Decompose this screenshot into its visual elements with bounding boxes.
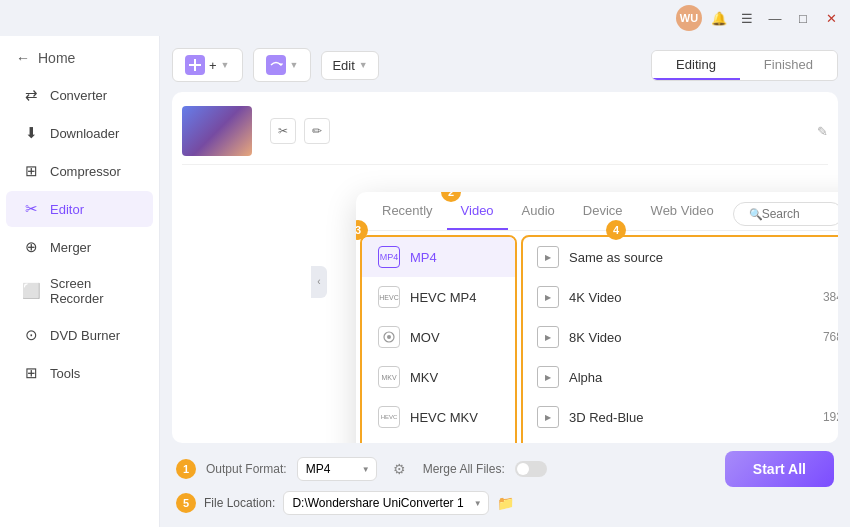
edit-dropdown-arrow: ▼ — [359, 60, 368, 70]
format-right-8k[interactable]: 8K Video 7680*4320 ✎ — [523, 317, 838, 357]
format-item-avi[interactable]: AVI AVI — [362, 437, 515, 443]
add-icon — [185, 55, 205, 75]
sidebar-label-converter: Converter — [50, 88, 107, 103]
convert-btn[interactable]: ▼ — [253, 48, 312, 82]
format-tab-audio[interactable]: Audio — [508, 193, 569, 230]
format-right-4k[interactable]: 4K Video 3840*2160 ✎ — [523, 277, 838, 317]
output-format-dropdown[interactable]: MP4 — [297, 457, 377, 481]
format-dropdown-overlay: 2 3 4 Recently Video Audio Device Web Vi… — [356, 192, 838, 443]
sidebar-label-dvd-burner: DVD Burner — [50, 328, 120, 343]
alpha-icon — [537, 366, 559, 388]
format-item-mp4[interactable]: MP4 MP4 — [362, 237, 515, 277]
hevc-mp4-label: HEVC MP4 — [410, 290, 476, 305]
main-content: + ▼ ▼ Edit ▼ Editing Finished — [160, 36, 850, 527]
search-icon: 🔍 — [749, 208, 763, 221]
mov-label: MOV — [410, 330, 440, 345]
tab-editing[interactable]: Editing — [652, 51, 740, 80]
home-label: Home — [38, 50, 75, 66]
mp4-icon: MP4 — [378, 246, 400, 268]
8k-icon — [537, 326, 559, 348]
format-right-same-as-source[interactable]: Same as source Auto ✎ — [523, 237, 838, 277]
3d-red-blue-label: 3D Red-Blue — [569, 410, 791, 425]
user-avatar[interactable]: WU — [676, 5, 702, 31]
add-files-btn[interactable]: + ▼ — [172, 48, 243, 82]
file-location-value: D:\Wondershare UniConverter 1 — [292, 496, 463, 510]
alpha-label: Alpha — [569, 370, 791, 385]
close-btn[interactable]: ✕ — [820, 7, 842, 29]
format-right-3d-red-blue[interactable]: 3D Red-Blue 1920*1080 ✎ — [523, 397, 838, 437]
sidebar-label-screen-recorder: Screen Recorder — [50, 276, 137, 306]
sidebar-item-compressor[interactable]: ⊞ Compressor — [6, 153, 153, 189]
edit-btn[interactable]: ✏ — [304, 118, 330, 144]
3d-red-blue-icon — [537, 406, 559, 428]
badge-5: 5 — [176, 493, 196, 513]
sidebar-item-converter[interactable]: ⇄ Converter — [6, 77, 153, 113]
editor-icon: ✂ — [22, 200, 40, 218]
8k-label: 8K Video — [569, 330, 791, 345]
merge-toggle[interactable] — [515, 461, 547, 477]
folder-browse-icon[interactable]: 📁 — [497, 495, 514, 511]
mkv-icon: MKV — [378, 366, 400, 388]
format-left-bordered: MP4 MP4 HEVC HEVC MP4 M — [360, 235, 517, 443]
sidebar: ← Home ⇄ Converter ⬇ Downloader ⊞ Compre… — [0, 36, 160, 527]
sidebar-item-dvd-burner[interactable]: ⊙ DVD Burner — [6, 317, 153, 353]
format-item-mkv[interactable]: MKV MKV — [362, 357, 515, 397]
edit-label: Edit — [332, 58, 354, 73]
bottom-bar: 1 Output Format: MP4 ⚙ Merge All Files: … — [172, 451, 838, 487]
mp4-label: MP4 — [410, 250, 437, 265]
sidebar-label-downloader: Downloader — [50, 126, 119, 141]
screen-recorder-icon: ⬜ — [22, 282, 40, 300]
same-source-res: Auto — [801, 250, 838, 264]
same-source-icon — [537, 246, 559, 268]
format-item-mov[interactable]: MOV — [362, 317, 515, 357]
dvd-burner-icon: ⊙ — [22, 326, 40, 344]
compressor-icon: ⊞ — [22, 162, 40, 180]
format-right-alpha[interactable]: Alpha Auto ✎ — [523, 357, 838, 397]
sidebar-item-editor[interactable]: ✂ Editor — [6, 191, 153, 227]
minimize-btn[interactable]: — — [764, 7, 786, 29]
sidebar-label-tools: Tools — [50, 366, 80, 381]
file-row: ✂ ✏ ✎ — [182, 102, 828, 165]
tab-finished[interactable]: Finished — [740, 51, 837, 80]
3d-red-blue-res: 1920*1080 — [801, 410, 838, 424]
output-format-label: Output Format: — [206, 462, 287, 476]
svg-point-3 — [387, 335, 391, 339]
format-tabs-row: Recently Video Audio Device Web Video 🔍 … — [356, 192, 838, 231]
cut-btn[interactable]: ✂ — [270, 118, 296, 144]
merge-label: Merge All Files: — [423, 462, 505, 476]
format-item-hevc-mp4[interactable]: HEVC HEVC MP4 — [362, 277, 515, 317]
file-location-path[interactable]: D:\Wondershare UniConverter 1 — [283, 491, 488, 515]
mov-icon — [378, 326, 400, 348]
sidebar-item-merger[interactable]: ⊕ Merger — [6, 229, 153, 265]
8k-res: 7680*4320 — [801, 330, 838, 344]
4k-icon — [537, 286, 559, 308]
maximize-btn[interactable]: □ — [792, 7, 814, 29]
start-all-btn[interactable]: Start All — [725, 451, 834, 487]
badge-1: 1 — [176, 459, 196, 479]
sidebar-item-tools[interactable]: ⊞ Tools — [6, 355, 153, 391]
sidebar-home[interactable]: ← Home — [0, 44, 159, 76]
format-tab-device[interactable]: Device — [569, 193, 637, 230]
format-body: MP4 MP4 HEVC HEVC MP4 M — [356, 231, 838, 443]
file-location-row: 5 File Location: D:\Wondershare UniConve… — [172, 491, 838, 515]
downloader-icon: ⬇ — [22, 124, 40, 142]
sidebar-collapse-btn[interactable]: ‹ — [311, 266, 327, 298]
format-tab-web-video[interactable]: Web Video — [637, 193, 728, 230]
hevc-mkv-icon: HEVC — [378, 406, 400, 428]
notification-btn[interactable]: 🔔 — [708, 7, 730, 29]
4k-res: 3840*2160 — [801, 290, 838, 304]
sidebar-item-downloader[interactable]: ⬇ Downloader — [6, 115, 153, 151]
file-edit-link[interactable]: ✎ — [817, 124, 828, 139]
add-btn-dropdown: ▼ — [221, 60, 230, 70]
format-tab-recently[interactable]: Recently — [368, 193, 447, 230]
format-right-3d-left-right[interactable]: 3D Left-Right 1920*1080 ✎ — [523, 437, 838, 443]
sidebar-item-screen-recorder[interactable]: ⬜ Screen Recorder — [6, 267, 153, 315]
format-search: 🔍 — [733, 202, 838, 226]
sidebar-label-merger: Merger — [50, 240, 91, 255]
gear-btn[interactable]: ⚙ — [387, 456, 413, 482]
edit-dropdown[interactable]: Edit ▼ — [321, 51, 378, 80]
format-item-hevc-mkv[interactable]: HEVC HEVC MKV — [362, 397, 515, 437]
badge-4: 4 — [606, 220, 626, 240]
menu-btn[interactable]: ☰ — [736, 7, 758, 29]
svg-rect-1 — [189, 64, 201, 66]
